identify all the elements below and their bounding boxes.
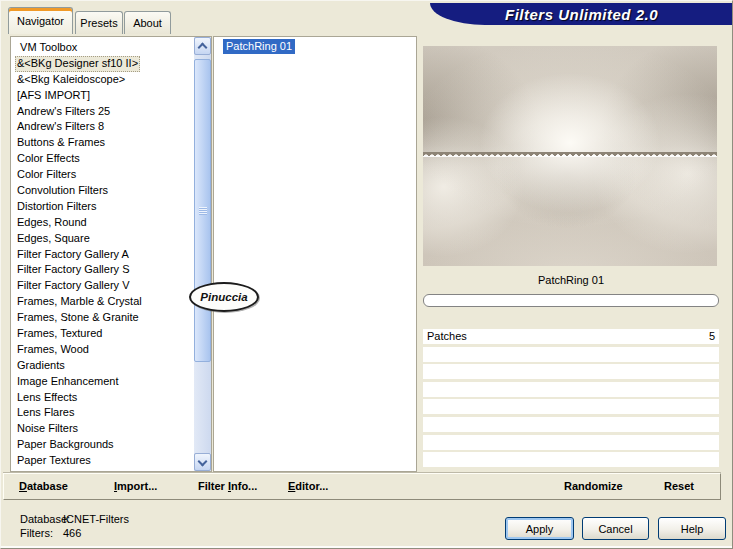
parameter-row-empty: [423, 382, 719, 397]
filter-item[interactable]: PatchRing 01: [223, 39, 295, 54]
tab[interactable]: About: [124, 11, 171, 34]
status-filters-value: 466: [63, 527, 81, 539]
app-title: Filters Unlimited 2.0: [505, 6, 658, 23]
category-item[interactable]: Filter Factory Gallery A: [15, 247, 131, 263]
category-item[interactable]: Lens Flares: [15, 405, 76, 421]
zigzag-pattern: [423, 152, 717, 158]
category-item[interactable]: Distortion Filters: [15, 199, 98, 215]
category-item[interactable]: Lens Effects: [15, 390, 79, 406]
category-item[interactable]: Frames, Stone & Granite: [15, 310, 141, 326]
parameter-row-patches[interactable]: Patches 5: [423, 329, 719, 344]
category-item[interactable]: Andrew's Filters 8: [15, 119, 106, 135]
filter-listbox: PatchRing 01: [213, 36, 417, 472]
category-item[interactable]: [AFS IMPORT]: [15, 88, 92, 104]
category-item[interactable]: Frames, Wood: [15, 342, 91, 358]
category-item[interactable]: Noise Filters: [15, 421, 80, 437]
toolbar-button[interactable]: Reset: [664, 474, 694, 499]
selected-filter-name: PatchRing 01: [423, 274, 719, 286]
scroll-down-button[interactable]: [194, 453, 211, 471]
category-item[interactable]: Frames, Marble & Crystal: [15, 294, 144, 310]
toolbar-right-group: Randomize Reset: [4, 474, 720, 499]
category-item[interactable]: Filter Factory Gallery S: [15, 262, 131, 278]
category-item[interactable]: Paper Backgrounds: [15, 437, 116, 453]
category-item[interactable]: Paper Textures: [15, 453, 93, 469]
category-item[interactable]: Andrew's Filters 25: [15, 104, 112, 120]
category-item[interactable]: Image Enhancement: [15, 374, 121, 390]
filter-preview-image: [423, 46, 717, 266]
cancel-button[interactable]: Cancel: [582, 517, 649, 540]
help-button[interactable]: Help: [658, 517, 726, 540]
scrollbar-track[interactable]: [194, 55, 211, 453]
category-item[interactable]: &<BKg Designer sf10 II>: [15, 56, 140, 72]
parameter-name: Patches: [427, 329, 467, 344]
status-filters-label: Filters:: [20, 527, 53, 539]
parameter-row-empty: [423, 452, 719, 467]
category-item[interactable]: Gradients: [15, 358, 67, 374]
category-items: VM Toolbox &<BKg Designer sf10 II> &<Bkg…: [12, 38, 210, 470]
category-item[interactable]: Edges, Round: [15, 215, 89, 231]
pinuccia-watermark-badge: Pinuccia: [189, 282, 259, 312]
title-banner: Filters Unlimited 2.0: [430, 3, 733, 25]
watermark-label: Pinuccia: [200, 291, 247, 303]
category-item[interactable]: Buttons & Frames: [15, 135, 107, 151]
category-item[interactable]: Color Effects: [15, 151, 82, 167]
parameter-row-empty: [423, 417, 719, 432]
tab-bar: Navigator Presets About: [0, 0, 420, 34]
category-item[interactable]: &<Bkg Kaleidoscope>: [15, 72, 127, 88]
parameter-list: Patches 5: [423, 329, 719, 470]
tab-label: About: [133, 17, 162, 29]
bottom-toolbar: Database Import... Filter Info... Editor…: [3, 473, 721, 500]
category-item[interactable]: Filter Factory Gallery V: [15, 278, 131, 294]
scrollbar-thumb[interactable]: [194, 59, 211, 362]
scroll-up-button[interactable]: [194, 37, 211, 55]
tab[interactable]: Presets: [75, 11, 123, 34]
category-item[interactable]: Frames, Textured: [15, 326, 104, 342]
parameter-row-empty: [423, 347, 719, 362]
thumb-grip-icon: [199, 207, 207, 215]
category-scrollbar: [194, 37, 211, 471]
parameter-row-empty: [423, 399, 719, 414]
tab-label: Presets: [80, 17, 117, 29]
category-item[interactable]: VM Toolbox: [15, 40, 79, 56]
apply-button[interactable]: Apply: [505, 517, 574, 540]
category-item[interactable]: Convolution Filters: [15, 183, 110, 199]
category-item[interactable]: Color Filters: [15, 167, 78, 183]
parameter-value: 5: [709, 329, 715, 344]
preview-progress-bar[interactable]: [423, 294, 719, 307]
tab-label: Navigator: [17, 15, 64, 27]
toolbar-button[interactable]: Randomize: [564, 474, 623, 499]
tab[interactable]: Navigator: [8, 7, 73, 34]
chevron-up-icon: [198, 43, 208, 53]
chevron-down-icon: [198, 457, 208, 467]
category-item[interactable]: Edges, Square: [15, 231, 92, 247]
status-database-value: ICNET-Filters: [63, 513, 129, 525]
parameter-row-empty: [423, 364, 719, 379]
category-listbox: VM Toolbox &<BKg Designer sf10 II> &<Bkg…: [10, 36, 212, 472]
parameter-row-empty: [423, 435, 719, 450]
